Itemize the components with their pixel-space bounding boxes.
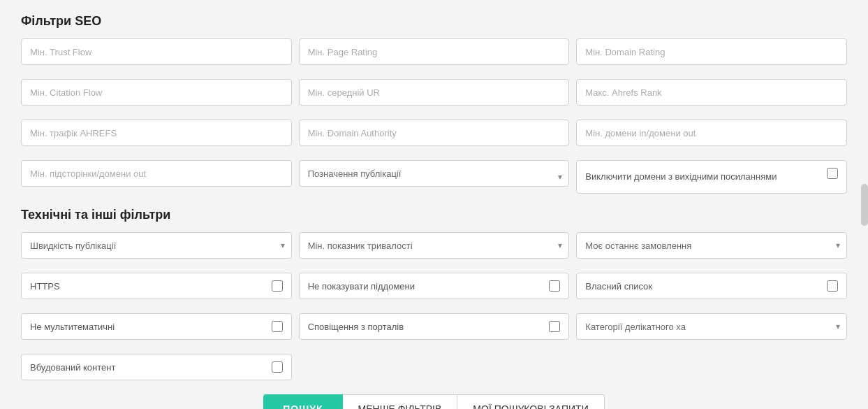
exclude-domains-outbound-wrap: Виключити домени з вихідними посиланнями bbox=[576, 160, 847, 194]
bottom-buttons-bar: ПОШУК МЕНШЕ ФІЛЬТРІВ МОЇ ПОШУКОВІ ЗАПИТИ bbox=[21, 394, 847, 409]
custom-list-label: Власний список bbox=[585, 281, 652, 292]
empty-col-1 bbox=[299, 354, 570, 380]
seo-row-4: Позначення публікації ▾ Виключити домени… bbox=[21, 160, 847, 194]
min-trust-flow-wrap bbox=[21, 38, 292, 65]
min-avg-ur-input[interactable] bbox=[299, 79, 570, 106]
min-domain-rating-wrap bbox=[576, 38, 847, 65]
search-button[interactable]: ПОШУК bbox=[263, 394, 342, 409]
min-domain-authority-wrap bbox=[299, 120, 570, 146]
min-citation-flow-input[interactable] bbox=[21, 79, 292, 106]
https-wrap: HTTPS bbox=[21, 273, 292, 299]
last-order-wrap: Моє останнє замовлення ▾ bbox=[576, 232, 847, 259]
min-citation-flow-wrap bbox=[21, 79, 292, 106]
custom-list-wrap: Власний список bbox=[576, 273, 847, 299]
last-order-select[interactable]: Моє останнє замовлення bbox=[576, 232, 847, 259]
not-multithematic-label: Не мультитематичні bbox=[30, 322, 115, 332]
no-subdomains-label: Не показувати піддомени bbox=[308, 281, 415, 292]
publication-speed-wrap: Швидкість публікації ▾ bbox=[21, 232, 292, 259]
embedded-content-wrap: Вбудований контент bbox=[21, 354, 292, 380]
technical-filters-section: Технічні та інші фільтри Швидкість публі… bbox=[21, 208, 847, 380]
https-label: HTTPS bbox=[30, 281, 60, 292]
sensitive-categories-select[interactable]: Категорії делікатного ха bbox=[576, 313, 847, 340]
max-ahrefs-rank-wrap bbox=[576, 79, 847, 106]
exclude-domains-checkbox[interactable] bbox=[827, 168, 838, 179]
min-avg-ur-wrap bbox=[299, 79, 570, 106]
min-ahrefs-traffic-wrap bbox=[21, 120, 292, 146]
main-container: Фільтри SEO bbox=[21, 14, 847, 409]
not-multithematic-wrap: Не мультитематичні bbox=[21, 313, 292, 340]
portal-notifications-wrap: Сповіщення з порталів bbox=[299, 313, 570, 340]
technical-row-3: Не мультитематичні Сповіщення з порталів… bbox=[21, 313, 847, 340]
min-subpages-input[interactable] bbox=[21, 160, 292, 187]
seo-row-3 bbox=[21, 120, 847, 146]
no-subdomains-wrap: Не показувати піддомени bbox=[299, 273, 570, 299]
scrollbar[interactable] bbox=[861, 184, 868, 226]
min-duration-wrap: Мін. показник тривалості ▾ bbox=[299, 232, 570, 259]
min-ahrefs-traffic-input[interactable] bbox=[21, 120, 292, 146]
min-domains-in-out-wrap bbox=[576, 120, 847, 146]
https-checkbox[interactable] bbox=[272, 280, 283, 292]
technical-row-1: Швидкість публікації ▾ Мін. показник три… bbox=[21, 232, 847, 259]
publication-mark-wrap: Позначення публікації ▾ bbox=[299, 160, 570, 194]
not-multithematic-checkbox[interactable] bbox=[272, 321, 283, 332]
seo-row-1 bbox=[21, 38, 847, 65]
less-filters-button[interactable]: МЕНШЕ ФІЛЬТРІВ bbox=[343, 394, 458, 409]
no-subdomains-checkbox[interactable] bbox=[549, 280, 560, 292]
embedded-content-label: Вбудований контент bbox=[30, 362, 115, 373]
min-page-rating-wrap bbox=[299, 38, 570, 65]
portal-notifications-label: Сповіщення з порталів bbox=[308, 322, 404, 332]
min-subpages-wrap bbox=[21, 160, 292, 194]
min-trust-flow-input[interactable] bbox=[21, 38, 292, 65]
publication-mark-select[interactable]: Позначення публікації bbox=[299, 160, 570, 187]
my-queries-button[interactable]: МОЇ ПОШУКОВІ ЗАПИТИ bbox=[457, 394, 604, 409]
seo-section-title: Фільтри SEO bbox=[21, 14, 847, 29]
min-page-rating-input[interactable] bbox=[299, 38, 570, 65]
seo-filters-section: Фільтри SEO bbox=[21, 14, 847, 194]
technical-row-4: Вбудований контент bbox=[21, 354, 847, 380]
min-domains-in-out-input[interactable] bbox=[576, 120, 847, 146]
embedded-content-checkbox[interactable] bbox=[272, 361, 283, 373]
exclude-domains-label: Виключити домени з вихідними посиланнями bbox=[585, 171, 827, 183]
min-domain-rating-input[interactable] bbox=[576, 38, 847, 65]
seo-row-2 bbox=[21, 79, 847, 106]
min-domain-authority-input[interactable] bbox=[299, 120, 570, 146]
sensitive-categories-wrap: Категорії делікатного ха ▾ bbox=[576, 313, 847, 340]
custom-list-checkbox[interactable] bbox=[827, 280, 838, 292]
publication-speed-select[interactable]: Швидкість публікації bbox=[21, 232, 292, 259]
portal-notifications-checkbox[interactable] bbox=[549, 321, 560, 332]
technical-section-title: Технічні та інші фільтри bbox=[21, 208, 847, 222]
max-ahrefs-rank-input[interactable] bbox=[576, 79, 847, 106]
empty-col-2 bbox=[576, 354, 847, 380]
technical-row-2: HTTPS Не показувати піддомени Власний сп… bbox=[21, 273, 847, 299]
min-duration-select[interactable]: Мін. показник тривалості bbox=[299, 232, 570, 259]
